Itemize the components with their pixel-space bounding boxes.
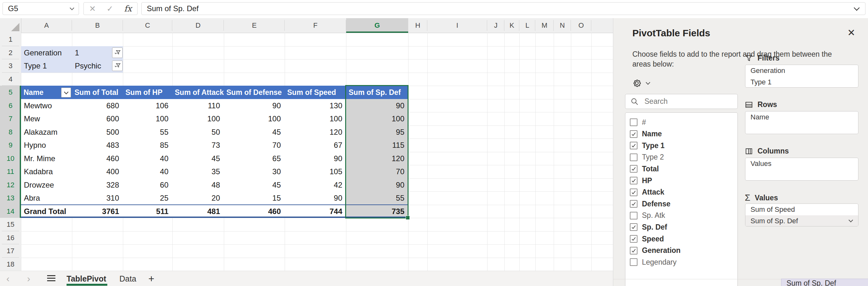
area-item-sum-of-speed[interactable]: Sum of Speed [745, 204, 858, 215]
field-checkbox[interactable] [630, 189, 638, 196]
filter-dropdown-button[interactable] [112, 47, 123, 58]
pivot-data-cell[interactable]: 115 [346, 138, 408, 152]
area-item-values[interactable]: Values [745, 158, 858, 169]
area-item-name[interactable]: Name [745, 112, 858, 123]
pivot-data-cell[interactable]: 100 [172, 112, 224, 126]
pivot-data-cell[interactable]: 65 [224, 152, 285, 165]
pivot-data-cell[interactable]: 45 [224, 178, 285, 191]
pivot-data-cell[interactable]: 100 [285, 112, 346, 126]
pivot-data-cell[interactable]: 50 [172, 126, 224, 138]
pivot-data-cell[interactable]: 30 [224, 165, 285, 178]
pivot-grand-total-cell[interactable]: 460 [224, 205, 285, 218]
pivot-data-cell[interactable]: Hypno [21, 138, 72, 152]
pivot-data-cell[interactable]: Mr. Mime [21, 152, 72, 165]
pivot-data-cell[interactable]: 100 [346, 112, 408, 126]
pivot-grand-total-cell[interactable]: 511 [123, 205, 172, 218]
column-header-O[interactable]: O [571, 18, 591, 33]
values-area-box[interactable]: Sum of SpeedSum of Sp. Def [745, 203, 859, 226]
sheet-tab-data[interactable]: Data [119, 271, 136, 286]
field-checkbox[interactable] [630, 154, 638, 161]
pivot-data-cell[interactable]: 105 [285, 165, 346, 178]
pivot-data-cell[interactable]: 90 [346, 178, 408, 191]
column-header-C[interactable]: C [123, 18, 172, 33]
pivot-data-cell[interactable]: 95 [346, 126, 408, 138]
pivot-data-cell[interactable]: 67 [285, 138, 346, 152]
pivot-data-cell[interactable]: Alakazam [21, 126, 72, 138]
field-item-defense[interactable]: Defense [630, 198, 670, 210]
pivot-settings-button[interactable] [632, 78, 650, 88]
pivot-grand-total-cell[interactable]: 3761 [72, 205, 123, 218]
field-checkbox[interactable] [630, 142, 638, 149]
field-checkbox[interactable] [630, 212, 638, 219]
pivot-data-cell[interactable]: 100 [123, 112, 172, 126]
select-all-button[interactable] [0, 18, 21, 33]
field-item-total[interactable]: Total [630, 163, 659, 174]
pivot-grand-total-cell[interactable]: Grand Total [21, 205, 72, 218]
field-item-generation[interactable]: Generation [630, 245, 680, 256]
pivot-data-cell[interactable]: 70 [346, 165, 408, 178]
field-item-type-2[interactable]: Type 2 [630, 152, 664, 163]
pivot-grand-total-cell[interactable]: 735 [346, 205, 408, 218]
area-item-type-1[interactable]: Type 1 [745, 76, 858, 88]
pivot-data-cell[interactable]: 106 [123, 99, 172, 112]
pivot-data-cell[interactable]: 45 [224, 126, 285, 138]
column-header-M[interactable]: M [535, 18, 554, 33]
pivot-data-cell[interactable]: 680 [72, 99, 123, 112]
pivot-data-cell[interactable]: 25 [123, 191, 172, 205]
enter-icon[interactable]: ✓ [107, 4, 113, 13]
pivot-data-cell[interactable]: 110 [172, 99, 224, 112]
field-item-attack[interactable]: Attack [630, 187, 664, 198]
column-headers[interactable]: ABCDEFGHIJKLMNO [0, 18, 613, 33]
pivot-header-cell[interactable]: Sum of Sp. Def [346, 86, 408, 99]
field-checkbox[interactable] [630, 247, 638, 254]
pivot-data-cell[interactable]: Mew [21, 112, 72, 126]
field-checkbox[interactable] [630, 235, 638, 243]
column-header-L[interactable]: L [519, 18, 535, 33]
filters-area-box[interactable]: GenerationType 1 [745, 65, 859, 88]
pivot-header-cell[interactable]: Sum of HP [123, 86, 172, 99]
pivot-data-cell[interactable]: 40 [123, 152, 172, 165]
pivot-name-filter-button[interactable] [61, 88, 71, 97]
pivot-data-cell[interactable]: 100 [224, 112, 285, 126]
pivot-data-cell[interactable]: 310 [72, 191, 123, 205]
pivot-data-cell[interactable]: 600 [72, 112, 123, 126]
pivot-data-cell[interactable]: 20 [172, 191, 224, 205]
filter-label-cell[interactable]: Generation [21, 46, 72, 59]
field-item-name[interactable]: Name [630, 128, 662, 140]
close-panel-icon[interactable]: ✕ [847, 27, 855, 38]
name-box[interactable]: G5 [3, 2, 79, 15]
sheet-list-menu-icon[interactable] [47, 275, 55, 282]
pivot-grand-total-cell[interactable]: 744 [285, 205, 346, 218]
cancel-icon[interactable]: ✕ [89, 4, 96, 13]
filter-value-cell[interactable]: 1 [72, 46, 110, 59]
field-checkbox[interactable] [630, 258, 638, 266]
field-checkbox[interactable] [630, 200, 638, 208]
column-header-N[interactable]: N [554, 18, 571, 33]
column-header-J[interactable]: J [487, 18, 504, 33]
field-checkbox[interactable] [630, 165, 638, 172]
name-box-chevron-icon[interactable] [70, 6, 74, 10]
field-item-hp[interactable]: HP [630, 175, 652, 186]
pivot-data-cell[interactable]: 483 [72, 138, 123, 152]
expand-formula-bar-icon[interactable] [854, 5, 859, 10]
pivot-data-cell[interactable]: 130 [285, 99, 346, 112]
pivot-data-cell[interactable]: 48 [172, 178, 224, 191]
column-header-K[interactable]: K [504, 18, 519, 33]
filter-value-cell[interactable]: Psychic [72, 59, 110, 72]
column-header-H[interactable]: H [408, 18, 427, 33]
pivot-data-cell[interactable]: 35 [172, 165, 224, 178]
pivot-data-cell[interactable]: Abra [21, 191, 72, 205]
area-item-generation[interactable]: Generation [745, 65, 858, 76]
next-sheet-icon[interactable]: › [27, 271, 30, 286]
field-checkbox[interactable] [630, 223, 638, 231]
pivot-header-cell[interactable]: Sum of Total [72, 86, 123, 99]
pivot-header-cell[interactable]: Sum of Defense [224, 86, 285, 99]
pivot-data-cell[interactable]: 90 [285, 152, 346, 165]
pivot-data-cell[interactable]: Mewtwo [21, 99, 72, 112]
pivot-data-cell[interactable]: 73 [172, 138, 224, 152]
prev-sheet-icon[interactable]: ‹ [6, 271, 9, 286]
pivot-data-cell[interactable]: 42 [285, 178, 346, 191]
columns-area-box[interactable]: Values [745, 158, 859, 181]
field-item-sp-def[interactable]: Sp. Def [630, 221, 667, 233]
pivot-data-cell[interactable]: 45 [172, 152, 224, 165]
